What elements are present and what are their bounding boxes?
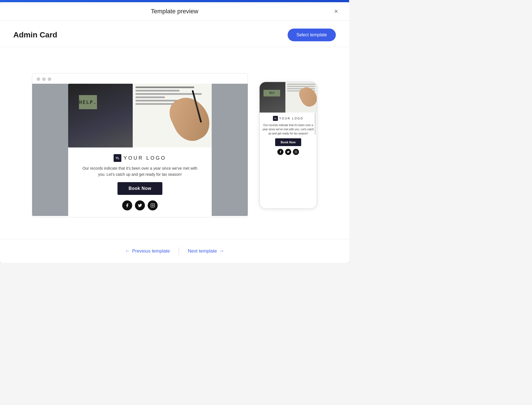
facebook-icon [122, 200, 132, 210]
modal-header: Template preview × [0, 2, 349, 21]
template-name: Admin Card [13, 30, 57, 39]
modal-title: Template preview [151, 8, 198, 15]
mobile-hero-inner: HELP [260, 82, 317, 113]
close-button[interactable]: × [332, 7, 340, 16]
logo-badge: YL [114, 154, 121, 162]
mobile-hero-image: HELP [260, 82, 317, 113]
browser-dot-1 [37, 77, 40, 81]
social-icons [122, 200, 158, 210]
hero-image: HELP. [68, 84, 212, 147]
previous-template-button[interactable]: ← Previous template [116, 246, 179, 256]
main-content: HELP. [0, 47, 349, 239]
form-line-4 [135, 96, 165, 98]
logo-text: YOUR LOGO [124, 155, 166, 161]
mobile-preview: HELP YL Y [259, 81, 317, 209]
mobile-instagram-icon [293, 149, 299, 155]
form-line-2 [135, 90, 180, 91]
logo-area: YL YOUR LOGO [114, 154, 166, 162]
sub-header: Admin Card Select template [0, 21, 349, 47]
mobile-book-now-button[interactable]: Book Now [275, 138, 301, 146]
instagram-icon [148, 200, 158, 210]
next-template-label: Next template [188, 248, 217, 254]
mobile-body: YL YOUR LOGO Our records indicate that i… [260, 113, 317, 208]
previous-template-label: Previous template [132, 248, 170, 254]
desktop-preview: HELP. [32, 73, 248, 217]
twitter-icon [135, 200, 145, 210]
mobile-logo-area: YL YOUR LOGO [273, 116, 304, 121]
email-body-text: Our records indicate that it's been over… [73, 165, 206, 182]
arrow-right-icon: → [219, 248, 224, 254]
modal-container: Template preview × Admin Card Select tem… [0, 2, 349, 263]
arrow-left-icon: ← [125, 248, 130, 254]
calculator-bg: HELP. [68, 84, 140, 147]
mobile-facebook-icon [277, 149, 283, 155]
mobile-twitter-icon [285, 149, 291, 155]
next-template-button[interactable]: Next template → [179, 246, 233, 256]
select-template-button[interactable]: Select template [288, 29, 336, 41]
mobile-tax-form [285, 82, 317, 113]
mobile-calc-display: HELP [264, 90, 280, 96]
form-line-6 [135, 103, 176, 105]
calc-display: HELP. [79, 95, 97, 109]
mobile-social-icons [277, 149, 299, 155]
browser-dot-3 [48, 77, 51, 81]
tax-form-bg [133, 84, 212, 147]
svg-rect-2 [295, 151, 297, 153]
mobile-logo-badge: YL [273, 116, 278, 121]
mobile-logo-text: YOUR LOGO [279, 117, 304, 120]
mobile-calculator: HELP [260, 82, 285, 113]
right-sidebar [212, 84, 248, 216]
left-sidebar [32, 84, 68, 216]
mfl-1 [287, 84, 315, 85]
modal-footer: ← Previous template Next template → [0, 239, 349, 263]
top-nav-bar [0, 0, 349, 2]
email-center: HELP. [68, 84, 212, 216]
mfl-2 [287, 86, 315, 87]
form-line-1 [135, 86, 194, 88]
mobile-body-text: Our records indicate that it's been over… [262, 123, 314, 136]
browser-dots [32, 73, 248, 84]
book-now-button[interactable]: Book Now [117, 182, 162, 195]
email-layout: HELP. [32, 84, 248, 216]
svg-rect-0 [151, 203, 154, 207]
mobile-scrollbar [315, 113, 316, 135]
form-line-3 [135, 93, 201, 95]
browser-dot-2 [42, 77, 46, 81]
